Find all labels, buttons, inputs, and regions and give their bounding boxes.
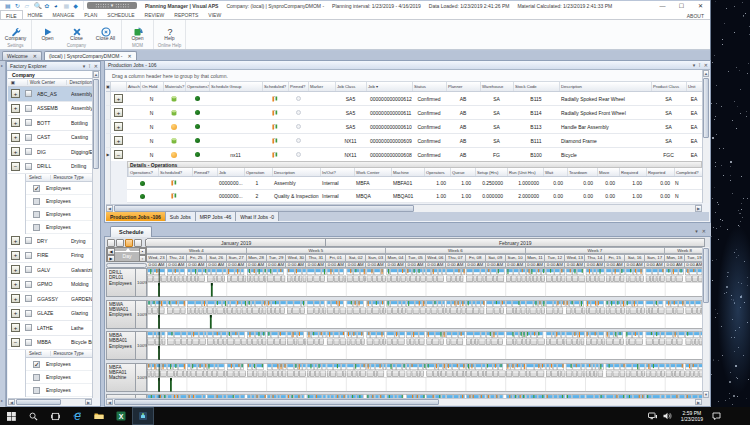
column-resource-type[interactable]: Resource Type bbox=[50, 175, 84, 180]
column-operators[interactable]: Operators bbox=[424, 168, 450, 176]
work-center-row-mbba[interactable]: − MBBA Bicycle Bra bbox=[8, 336, 92, 351]
resource-label[interactable]: MBBAMBBA01Employees bbox=[106, 331, 136, 360]
highlight-icon[interactable] bbox=[116, 239, 124, 247]
company-button[interactable]: Company bbox=[2, 21, 29, 41]
operation-row[interactable]: 0000000...1AssemblyInternalMBFAMBFA011.0… bbox=[127, 177, 702, 190]
column-reported[interactable]: Reported bbox=[646, 168, 674, 176]
jobs-tab-sub-jobs[interactable]: Sub Jobs bbox=[166, 212, 196, 221]
work-center-row-cast[interactable]: + CAST Casting bbox=[8, 131, 92, 146]
legend-icon[interactable] bbox=[107, 239, 115, 247]
taskbar-ie-icon[interactable]: e bbox=[66, 407, 88, 425]
day-header[interactable]: Sun, 10 bbox=[506, 254, 526, 262]
row-checkbox[interactable] bbox=[25, 90, 32, 97]
column-teardown[interactable]: Teardown bbox=[567, 168, 597, 176]
scroll-up-icon[interactable]: ▲ bbox=[703, 70, 709, 77]
column-work-center[interactable]: Work Center bbox=[27, 80, 67, 85]
job-row[interactable]: +NSA5000000000000611ConfirmedABSAB114Rad… bbox=[106, 106, 702, 120]
column-marker[interactable]: Marker bbox=[308, 82, 335, 91]
column-materials-[interactable]: Materials? bbox=[163, 82, 185, 91]
column-product-class[interactable]: Product Class bbox=[651, 82, 686, 91]
jobs-tab-mrp-jobs-46[interactable]: MRP Jobs -46 bbox=[196, 212, 237, 221]
resource-row[interactable]: Employees bbox=[26, 208, 92, 221]
resource-label[interactable]: DRILLDRL01Employees bbox=[106, 268, 136, 297]
scroll-thumb[interactable] bbox=[114, 205, 414, 212]
expand-icon[interactable]: + bbox=[114, 122, 123, 131]
taskbar-explorer-icon[interactable] bbox=[88, 407, 110, 425]
goto-icon[interactable] bbox=[134, 239, 142, 247]
ribbon-tab-file[interactable]: FILE bbox=[0, 10, 23, 19]
column-select[interactable]: Select bbox=[29, 351, 42, 356]
day-header[interactable]: Thu, 31 bbox=[306, 254, 326, 262]
work-center-row-ggassy[interactable]: + GGASSY GARDEN G bbox=[8, 292, 92, 307]
jobs-tab-what-if-jobs-0[interactable]: What If Jobs -0 bbox=[236, 212, 279, 221]
save-icon[interactable]: ▤ bbox=[5, 3, 11, 9]
column-pinned-[interactable]: Pinned? bbox=[192, 168, 217, 176]
maximize-button[interactable]: ☐ bbox=[672, 1, 691, 10]
scroll-right-icon[interactable]: ▶ bbox=[85, 399, 92, 405]
close-icon[interactable]: ✕ bbox=[33, 53, 37, 59]
day-header[interactable]: Thu, 24 bbox=[167, 254, 187, 262]
taskbar-clock[interactable]: 2:59 PM 1/23/2019 bbox=[675, 410, 709, 422]
column-status[interactable]: Status bbox=[412, 82, 446, 91]
column-resource-type[interactable]: Resource Type bbox=[50, 351, 84, 356]
expand-icon[interactable]: + bbox=[11, 147, 20, 156]
factory-vertical-scrollbar[interactable]: ▲ bbox=[92, 71, 99, 398]
jobs-tab-production-jobs-106[interactable]: Production Jobs -106 bbox=[106, 212, 166, 221]
column-run-unit-hrs-[interactable]: Run (Unit Hrs) bbox=[507, 168, 543, 176]
column-required[interactable]: Required bbox=[619, 168, 646, 176]
day-header[interactable]: Tue, 05 bbox=[406, 254, 426, 262]
refresh-icon[interactable]: ↻ bbox=[15, 3, 21, 9]
taskbar-taskview-icon[interactable] bbox=[44, 407, 66, 425]
expand-icon[interactable]: + bbox=[11, 323, 20, 332]
grid-icon[interactable]: ▦ bbox=[64, 3, 70, 9]
jobs-horizontal-scrollbar[interactable]: ◀ ▶ bbox=[106, 204, 702, 212]
strip-arrow-icon[interactable]: ▸ bbox=[1, 63, 3, 68]
open-button[interactable]: Open bbox=[34, 21, 61, 41]
collapse-icon[interactable]: − bbox=[114, 150, 123, 159]
day-header[interactable]: Wed, 13 bbox=[565, 254, 585, 262]
work-center-row-galv[interactable]: + GALV Galvanizing bbox=[8, 263, 92, 278]
volume-icon[interactable] bbox=[660, 412, 675, 421]
expand-icon[interactable]: + bbox=[11, 251, 20, 260]
column-completed-[interactable]: Completed? bbox=[674, 168, 702, 176]
scroll-thumb[interactable] bbox=[93, 79, 99, 169]
scroll-right-icon[interactable]: ▶ bbox=[695, 205, 702, 212]
column-job[interactable]: Job bbox=[217, 168, 244, 176]
expand-icon[interactable]: + bbox=[114, 94, 123, 103]
close-icon[interactable]: ✕ bbox=[94, 63, 98, 69]
resource-row[interactable]: Employees bbox=[26, 221, 92, 234]
ribbon-tab-plan[interactable]: PLAN bbox=[79, 10, 102, 19]
scroll-left-icon[interactable]: ◀ bbox=[106, 205, 113, 212]
row-checkbox[interactable] bbox=[25, 119, 32, 126]
taskbar-start-icon[interactable] bbox=[0, 407, 22, 425]
day-header[interactable]: Sun, 17 bbox=[645, 254, 665, 262]
column-queue[interactable]: Queue bbox=[450, 168, 475, 176]
job-row[interactable]: +NNX11000000000000609ConfirmedABSAB111Di… bbox=[106, 134, 702, 148]
export-icon[interactable]: ▱ bbox=[24, 3, 30, 9]
tab-schedule[interactable]: Schedule bbox=[110, 226, 152, 237]
operation-row[interactable]: 0000000...2Quality & InspectionInternalM… bbox=[127, 190, 702, 203]
scroll-thumb[interactable] bbox=[703, 78, 709, 138]
expand-icon[interactable]: + bbox=[11, 309, 20, 318]
ribbon-tab-schedule[interactable]: SCHEDULE bbox=[102, 10, 139, 19]
resource-label[interactable]: MBFAMBFA01Machine bbox=[106, 363, 136, 392]
scroll-left-icon[interactable]: ◀ bbox=[106, 399, 113, 405]
day-header[interactable]: Fri, 01 bbox=[326, 254, 346, 262]
open-button[interactable]: Open bbox=[124, 21, 151, 41]
day-header[interactable]: Sun, 03 bbox=[366, 254, 386, 262]
work-center-row-drill[interactable]: − DRILL Drilling bbox=[8, 160, 92, 175]
close-icon[interactable]: ✕ bbox=[128, 53, 132, 59]
column-in-out-[interactable]: In/Out? bbox=[320, 168, 354, 176]
taskbar-search-icon[interactable] bbox=[22, 407, 44, 425]
resource-checkbox[interactable] bbox=[33, 361, 40, 368]
row-checkbox[interactable] bbox=[25, 281, 32, 288]
row-checkbox[interactable] bbox=[25, 148, 32, 155]
scroll-right-icon[interactable]: ▶ bbox=[695, 399, 702, 405]
row-checkbox[interactable] bbox=[25, 266, 32, 273]
ribbon-tab-home[interactable]: HOME bbox=[23, 10, 48, 19]
resource-row[interactable]: Employees bbox=[26, 384, 92, 397]
day-header[interactable]: Fri, 25 bbox=[187, 254, 207, 262]
schedule-horizontal-scrollbar[interactable]: ◀ ▶ bbox=[106, 398, 702, 405]
strip-arrow-icon[interactable]: ▸ bbox=[1, 398, 3, 403]
close-button[interactable]: Close bbox=[63, 21, 90, 41]
